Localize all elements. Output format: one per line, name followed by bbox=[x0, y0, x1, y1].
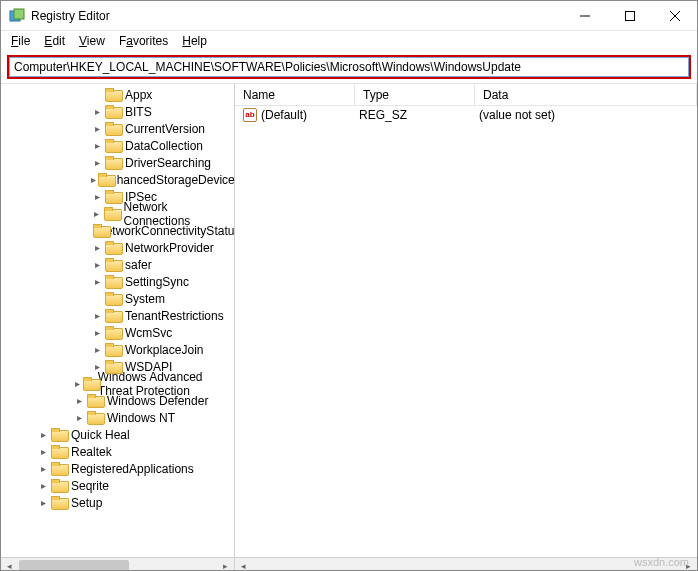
chevron-right-icon[interactable] bbox=[37, 480, 49, 491]
chevron-right-icon[interactable] bbox=[91, 157, 103, 168]
folder-icon bbox=[51, 496, 67, 510]
chevron-right-icon[interactable] bbox=[91, 174, 96, 185]
tree-item-label: Windows NT bbox=[105, 411, 177, 425]
tree-item[interactable]: Windows Defender bbox=[1, 392, 234, 409]
column-name[interactable]: Name bbox=[235, 84, 355, 105]
tree-hscroll[interactable]: ◂ ▸ bbox=[1, 558, 235, 571]
menu-help[interactable]: Help bbox=[176, 33, 213, 49]
tree-item[interactable]: BITS bbox=[1, 103, 234, 120]
folder-icon bbox=[105, 88, 121, 102]
folder-icon bbox=[105, 105, 121, 119]
chevron-right-icon[interactable] bbox=[91, 123, 103, 134]
tree-item-label: Quick Heal bbox=[69, 428, 132, 442]
address-bar-row bbox=[1, 51, 697, 83]
tree-item[interactable]: Appx bbox=[1, 86, 234, 103]
tree-item[interactable]: DriverSearching bbox=[1, 154, 234, 171]
scroll-left-icon[interactable]: ◂ bbox=[235, 558, 252, 571]
folder-icon bbox=[105, 190, 121, 204]
tree-item-label: CurrentVersion bbox=[123, 122, 207, 136]
tree-item[interactable]: Windows NT bbox=[1, 409, 234, 426]
svg-rect-3 bbox=[625, 11, 634, 20]
chevron-right-icon[interactable] bbox=[91, 242, 103, 253]
folder-icon bbox=[83, 377, 94, 391]
list-hscroll[interactable]: ◂ ▸ bbox=[235, 558, 697, 571]
tree-item-label: EnhancedStorageDevices bbox=[100, 173, 234, 187]
chevron-right-icon[interactable] bbox=[91, 276, 103, 287]
tree-item-label: Appx bbox=[123, 88, 154, 102]
chevron-right-icon[interactable] bbox=[37, 463, 49, 474]
menu-favorites[interactable]: Favorites bbox=[113, 33, 174, 49]
tree-item[interactable]: Quick Heal bbox=[1, 426, 234, 443]
folder-icon bbox=[87, 411, 103, 425]
value-type: REG_SZ bbox=[355, 108, 475, 122]
tree-item[interactable]: safer bbox=[1, 256, 234, 273]
chevron-right-icon[interactable] bbox=[91, 208, 102, 219]
chevron-right-icon[interactable] bbox=[73, 395, 85, 406]
menu-edit[interactable]: Edit bbox=[38, 33, 71, 49]
column-data[interactable]: Data bbox=[475, 84, 697, 105]
tree-item-label: Setup bbox=[69, 496, 104, 510]
tree-item[interactable]: EnhancedStorageDevices bbox=[1, 171, 234, 188]
chevron-right-icon[interactable] bbox=[73, 378, 81, 389]
tree-item[interactable]: RegisteredApplications bbox=[1, 460, 234, 477]
chevron-right-icon[interactable] bbox=[91, 191, 103, 202]
value-name: (Default) bbox=[261, 108, 307, 122]
window-title: Registry Editor bbox=[31, 9, 110, 23]
tree-item-label: DriverSearching bbox=[123, 156, 213, 170]
tree-item[interactable]: NetworkConnectivityStatusIndicator bbox=[1, 222, 234, 239]
tree-item[interactable]: System bbox=[1, 290, 234, 307]
chevron-right-icon[interactable] bbox=[37, 497, 49, 508]
menubar: File Edit View Favorites Help bbox=[1, 31, 697, 51]
tree-item-label: System bbox=[123, 292, 167, 306]
tree-item[interactable]: Seqrite bbox=[1, 477, 234, 494]
tree-item[interactable]: Setup bbox=[1, 494, 234, 511]
tree-item[interactable]: WcmSvc bbox=[1, 324, 234, 341]
tree-item[interactable]: Windows Advanced Threat Protection bbox=[1, 375, 234, 392]
chevron-right-icon[interactable] bbox=[91, 106, 103, 117]
menu-file[interactable]: File bbox=[5, 33, 36, 49]
tree-item[interactable]: NetworkProvider bbox=[1, 239, 234, 256]
list-header: Name Type Data bbox=[235, 84, 697, 106]
string-value-icon: ab bbox=[243, 108, 257, 122]
tree-item[interactable]: SettingSync bbox=[1, 273, 234, 290]
minimize-button[interactable] bbox=[562, 1, 607, 30]
chevron-right-icon[interactable] bbox=[91, 327, 103, 338]
tree-pane[interactable]: AppxBITSCurrentVersionDataCollectionDriv… bbox=[1, 84, 235, 557]
tree-item-label: Realtek bbox=[69, 445, 114, 459]
tree-item[interactable]: Realtek bbox=[1, 443, 234, 460]
close-button[interactable] bbox=[652, 1, 697, 30]
maximize-button[interactable] bbox=[607, 1, 652, 30]
tree-item-label: TenantRestrictions bbox=[123, 309, 226, 323]
address-highlight bbox=[7, 55, 691, 79]
folder-icon bbox=[87, 394, 103, 408]
tree-item-label: NetworkProvider bbox=[123, 241, 216, 255]
chevron-right-icon[interactable] bbox=[91, 344, 103, 355]
menu-view[interactable]: View bbox=[73, 33, 111, 49]
chevron-right-icon[interactable] bbox=[91, 259, 103, 270]
folder-icon bbox=[105, 292, 121, 306]
tree-item-label: Windows Defender bbox=[105, 394, 210, 408]
scroll-right-icon[interactable]: ▸ bbox=[217, 558, 234, 571]
value-row[interactable]: ab(Default)REG_SZ(value not set) bbox=[235, 106, 697, 124]
tree-hscroll-thumb[interactable] bbox=[19, 560, 129, 571]
tree-item[interactable]: DataCollection bbox=[1, 137, 234, 154]
folder-icon bbox=[104, 207, 119, 221]
tree-item[interactable]: WorkplaceJoin bbox=[1, 341, 234, 358]
folder-icon bbox=[105, 122, 121, 136]
folder-icon bbox=[105, 326, 121, 340]
chevron-right-icon[interactable] bbox=[91, 310, 103, 321]
list-pane[interactable]: Name Type Data ab(Default)REG_SZ(value n… bbox=[235, 84, 697, 557]
chevron-right-icon[interactable] bbox=[91, 140, 103, 151]
tree-item-label: BITS bbox=[123, 105, 154, 119]
column-type[interactable]: Type bbox=[355, 84, 475, 105]
tree-item[interactable]: Network Connections bbox=[1, 205, 234, 222]
tree-item[interactable]: CurrentVersion bbox=[1, 120, 234, 137]
address-input[interactable] bbox=[9, 57, 689, 77]
titlebar: Registry Editor bbox=[1, 1, 697, 31]
tree-item[interactable]: TenantRestrictions bbox=[1, 307, 234, 324]
scroll-left-icon[interactable]: ◂ bbox=[1, 558, 18, 571]
chevron-right-icon[interactable] bbox=[37, 429, 49, 440]
chevron-right-icon[interactable] bbox=[37, 446, 49, 457]
horizontal-scrollbars: ◂ ▸ ◂ ▸ bbox=[1, 557, 697, 571]
chevron-right-icon[interactable] bbox=[73, 412, 85, 423]
